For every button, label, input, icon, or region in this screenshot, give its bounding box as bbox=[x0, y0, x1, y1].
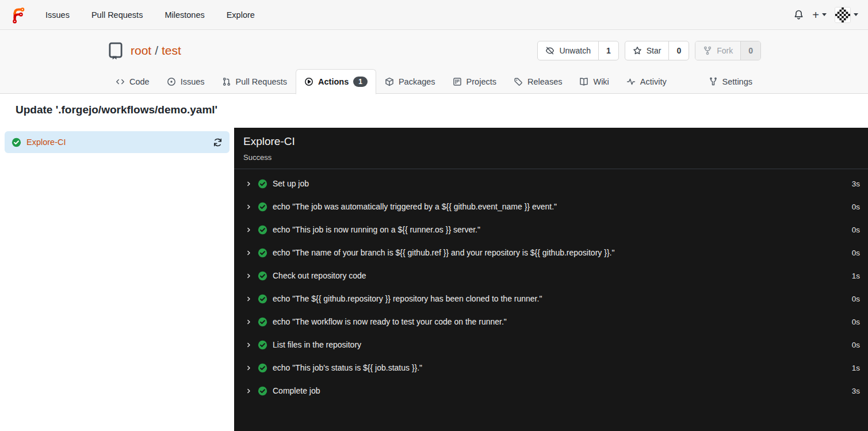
step-name: Check out repository code bbox=[273, 271, 366, 280]
chevron-right-icon[interactable] bbox=[245, 272, 253, 280]
repo-tabs: CodeIssuesPull RequestsActions1PackagesP… bbox=[107, 69, 761, 94]
tab-releases[interactable]: Releases bbox=[505, 69, 571, 94]
play-icon bbox=[304, 77, 313, 86]
navbar-link-issues[interactable]: Issues bbox=[45, 10, 70, 20]
chevron-icon bbox=[245, 295, 253, 303]
tab-code[interactable]: Code bbox=[107, 69, 158, 94]
repo-owner-link[interactable]: root bbox=[131, 44, 151, 57]
tab-label: Pull Requests bbox=[236, 77, 287, 86]
unwatch-label: Unwatch bbox=[559, 46, 590, 55]
chevron-icon bbox=[245, 226, 253, 234]
step-row[interactable]: echo "The job was automatically triggere… bbox=[234, 195, 868, 218]
star-count[interactable]: 0 bbox=[668, 41, 689, 60]
chevron-icon bbox=[245, 272, 253, 280]
tab-count-badge: 1 bbox=[353, 77, 368, 87]
star-icon bbox=[633, 46, 642, 55]
step-name: echo "This job's status is ${{ job.statu… bbox=[273, 363, 422, 372]
step-name: Set up job bbox=[273, 179, 309, 188]
success-check-icon bbox=[258, 317, 267, 327]
tab-label: Issues bbox=[181, 77, 205, 86]
sidebar-job-explore-ci[interactable]: Explore-CI bbox=[5, 131, 230, 153]
chevron-right-icon[interactable] bbox=[245, 226, 253, 234]
chevron-right-icon[interactable] bbox=[245, 295, 253, 303]
step-name: echo "The name of your branch is ${{ git… bbox=[273, 248, 614, 257]
step-row[interactable]: echo "The name of your branch is ${{ git… bbox=[234, 241, 868, 264]
breadcrumb-separator: / bbox=[151, 44, 162, 57]
pr-icon bbox=[222, 77, 231, 86]
fork-count: 0 bbox=[740, 41, 760, 60]
step-row[interactable]: Complete job3s bbox=[234, 379, 868, 402]
success-check-icon bbox=[258, 386, 267, 396]
tab-pull-requests[interactable]: Pull Requests bbox=[213, 69, 296, 94]
step-row[interactable]: echo "The workflow is now ready to test … bbox=[234, 310, 868, 333]
chevron-icon bbox=[245, 249, 253, 257]
navbar-right: + bbox=[793, 7, 858, 23]
repo-header: root/test Unwatch1Star0Fork0 CodeIssuesP… bbox=[0, 30, 868, 94]
jobs-sidebar: Explore-CI bbox=[0, 128, 234, 431]
forgejo-logo-icon[interactable] bbox=[10, 5, 28, 25]
navbar-link-milestones[interactable]: Milestones bbox=[165, 10, 204, 20]
repo-name-link[interactable]: test bbox=[162, 44, 181, 57]
tab-settings[interactable]: Settings bbox=[700, 69, 761, 94]
plus-icon: + bbox=[812, 9, 819, 21]
job-log-panel: Explore-CI Success Set up job3secho "The… bbox=[234, 128, 868, 431]
navbar-link-pull-requests[interactable]: Pull Requests bbox=[91, 10, 143, 20]
chevron-right-icon[interactable] bbox=[245, 249, 253, 257]
star-button[interactable]: Star bbox=[625, 41, 669, 60]
step-row[interactable]: echo "This job's status is ${{ job.statu… bbox=[234, 356, 868, 379]
tab-projects[interactable]: Projects bbox=[444, 69, 505, 94]
success-check-icon bbox=[258, 363, 267, 373]
success-check-icon bbox=[258, 225, 267, 235]
issue-icon bbox=[167, 77, 176, 86]
tab-actions[interactable]: Actions1 bbox=[296, 69, 376, 94]
tab-wiki[interactable]: Wiki bbox=[571, 69, 617, 94]
navbar-link-explore[interactable]: Explore bbox=[227, 10, 255, 20]
tab-label: Actions bbox=[318, 77, 349, 86]
success-check-icon bbox=[258, 202, 267, 212]
fork-label: Fork bbox=[717, 46, 733, 55]
success-check-icon bbox=[258, 179, 267, 189]
star-label: Star bbox=[647, 46, 661, 55]
chevron-right-icon[interactable] bbox=[245, 318, 253, 326]
step-duration: 0s bbox=[852, 318, 860, 326]
tab-label: Projects bbox=[466, 77, 496, 86]
step-row[interactable]: Set up job3s bbox=[234, 172, 868, 195]
step-duration: 0s bbox=[852, 226, 860, 234]
tab-label: Wiki bbox=[593, 77, 609, 86]
unwatch-button-group: Unwatch1 bbox=[537, 41, 618, 60]
success-check-icon bbox=[258, 294, 267, 304]
step-row[interactable]: Check out repository code1s bbox=[234, 264, 868, 287]
tab-activity[interactable]: Activity bbox=[618, 69, 675, 94]
chevron-icon bbox=[245, 203, 253, 211]
sidebar-job-label: Explore-CI bbox=[26, 138, 66, 147]
workflow-run-title: Update '.forgejo/workflows/demo.yaml' bbox=[0, 94, 868, 128]
create-new-menu[interactable]: + bbox=[812, 9, 827, 21]
job-status: Success bbox=[243, 153, 859, 162]
repo-icon bbox=[107, 41, 124, 60]
navbar-links: IssuesPull RequestsMilestonesExplore bbox=[45, 10, 255, 20]
step-duration: 3s bbox=[852, 387, 860, 395]
chevron-right-icon[interactable] bbox=[245, 180, 253, 188]
tab-label: Settings bbox=[722, 77, 752, 86]
notifications-bell-icon[interactable] bbox=[793, 9, 804, 20]
project-icon bbox=[453, 77, 462, 86]
step-row[interactable]: List files in the repository0s bbox=[234, 333, 868, 356]
chevron-right-icon[interactable] bbox=[245, 341, 253, 349]
chevron-right-icon[interactable] bbox=[245, 387, 253, 395]
user-menu[interactable] bbox=[835, 7, 858, 23]
top-navbar: IssuesPull RequestsMilestonesExplore + bbox=[0, 0, 868, 30]
tab-issues[interactable]: Issues bbox=[158, 69, 213, 94]
tab-packages[interactable]: Packages bbox=[376, 69, 444, 94]
step-row[interactable]: echo "The ${{ github.repository }} repos… bbox=[234, 287, 868, 310]
step-row[interactable]: echo "This job is now running on a ${{ r… bbox=[234, 218, 868, 241]
step-duration: 0s bbox=[852, 203, 860, 211]
chevron-right-icon[interactable] bbox=[245, 203, 253, 211]
fork-button: Fork bbox=[695, 41, 740, 60]
chevron-down-icon bbox=[822, 13, 827, 16]
unwatch-count[interactable]: 1 bbox=[598, 41, 618, 60]
chevron-icon bbox=[245, 387, 253, 395]
step-duration: 3s bbox=[852, 180, 860, 188]
chevron-right-icon[interactable] bbox=[245, 364, 253, 372]
rerun-sync-icon[interactable] bbox=[213, 138, 223, 147]
unwatch-button[interactable]: Unwatch bbox=[538, 41, 598, 60]
